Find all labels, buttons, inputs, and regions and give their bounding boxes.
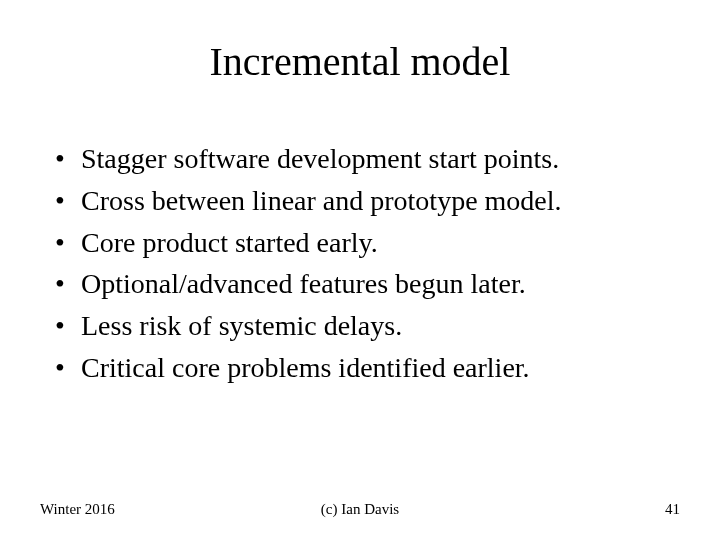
list-item: • Core product started early. (55, 224, 665, 262)
bullet-icon: • (55, 140, 81, 178)
bullet-text: Critical core problems identified earlie… (81, 349, 665, 387)
bullet-icon: • (55, 265, 81, 303)
list-item: • Cross between linear and prototype mod… (55, 182, 665, 220)
bullet-text: Cross between linear and prototype model… (81, 182, 665, 220)
list-item: • Optional/advanced features begun later… (55, 265, 665, 303)
bullet-icon: • (55, 224, 81, 262)
slide: Incremental model • Stagger software dev… (0, 0, 720, 540)
footer-center: (c) Ian Davis (0, 501, 720, 518)
bullet-text: Optional/advanced features begun later. (81, 265, 665, 303)
list-item: • Critical core problems identified earl… (55, 349, 665, 387)
slide-body: • Stagger software development start poi… (55, 140, 665, 391)
list-item: • Less risk of systemic delays. (55, 307, 665, 345)
footer-page-number: 41 (665, 501, 680, 518)
bullet-icon: • (55, 307, 81, 345)
list-item: • Stagger software development start poi… (55, 140, 665, 178)
bullet-text: Stagger software development start point… (81, 140, 665, 178)
bullet-text: Less risk of systemic delays. (81, 307, 665, 345)
bullet-icon: • (55, 182, 81, 220)
bullet-icon: • (55, 349, 81, 387)
slide-title: Incremental model (0, 38, 720, 85)
bullet-text: Core product started early. (81, 224, 665, 262)
